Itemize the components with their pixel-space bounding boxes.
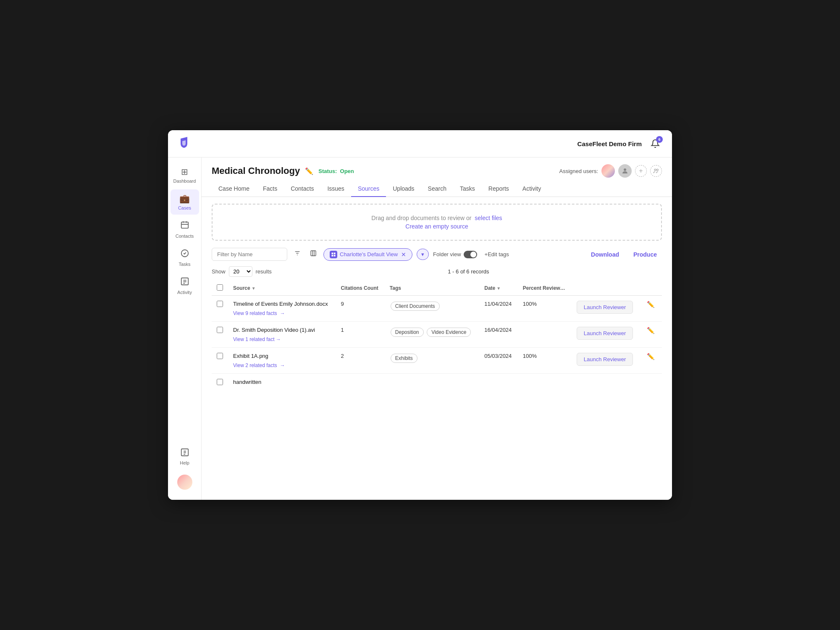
sources-table: Source ▼ Citations Count Tags Date ▼ Per… xyxy=(212,281,662,392)
edit-case-title-icon[interactable]: ✏️ xyxy=(305,167,313,175)
download-button[interactable]: Download xyxy=(586,249,624,260)
help-icon xyxy=(180,448,189,459)
select-files-link[interactable]: select files xyxy=(475,215,502,221)
filter-input[interactable] xyxy=(212,248,287,261)
row1-launch-button[interactable]: Launch Reviewer xyxy=(577,301,633,314)
table-row: Dr. Smith Deposition Video (1).avi View … xyxy=(212,322,662,348)
sidebar-item-activity[interactable]: Activity xyxy=(171,273,199,299)
produce-button[interactable]: Produce xyxy=(628,249,662,260)
row3-related-link[interactable]: View 2 related facts xyxy=(233,362,277,368)
sidebar-item-dashboard[interactable]: ⊞ Dashboard xyxy=(171,163,199,188)
row4-launch-cell xyxy=(572,374,640,392)
show-results-bar: Show 20 50 100 results 1 - 6 of 6 record… xyxy=(212,266,662,277)
assigned-users: Assigned users: + xyxy=(559,164,662,178)
tab-case-home[interactable]: Case Home xyxy=(212,181,256,197)
column-actions xyxy=(572,281,640,296)
row3-tag-1[interactable]: Exhibits xyxy=(391,354,417,363)
sidebar-item-tasks[interactable]: Tasks xyxy=(171,244,199,271)
tab-activity[interactable]: Activity xyxy=(516,181,548,197)
status-value: Open xyxy=(340,168,354,174)
case-header: Medical Chronology ✏️ Status: Open Assig… xyxy=(202,158,672,178)
row1-edit-icon[interactable]: ✏️ xyxy=(645,299,656,310)
select-all-header xyxy=(212,281,228,296)
tab-contacts[interactable]: Contacts xyxy=(284,181,320,197)
assigned-user-1[interactable] xyxy=(601,164,615,178)
top-bar: CaseFleet Demo Firm 6 xyxy=(168,130,672,158)
tab-issues[interactable]: Issues xyxy=(320,181,351,197)
view-dropdown-button[interactable]: ▾ xyxy=(417,249,429,260)
source-sort-icon: ▼ xyxy=(252,286,256,291)
column-edit xyxy=(640,281,662,296)
tab-reports[interactable]: Reports xyxy=(482,181,516,197)
row4-checkbox[interactable] xyxy=(217,379,223,385)
row2-source-cell: Dr. Smith Deposition Video (1).avi View … xyxy=(228,322,336,348)
edit-tags-button[interactable]: +Edit tags xyxy=(481,249,512,259)
svg-rect-23 xyxy=(334,252,336,254)
row2-edit-icon[interactable]: ✏️ xyxy=(645,325,656,336)
row3-percent: 100% xyxy=(518,348,572,374)
row1-related-link[interactable]: View 9 related facts xyxy=(233,310,277,316)
columns-icon-button[interactable] xyxy=(307,247,319,261)
tab-facts[interactable]: Facts xyxy=(256,181,284,197)
view-pill[interactable]: Charlotte's Default View ✕ xyxy=(323,248,412,261)
row3-launch-button[interactable]: Launch Reviewer xyxy=(577,353,633,366)
add-user-button[interactable]: + xyxy=(635,165,647,177)
row2-related-link[interactable]: View 1 related fact → xyxy=(233,336,281,342)
select-all-checkbox[interactable] xyxy=(217,284,223,291)
svg-rect-25 xyxy=(334,255,336,256)
row1-arrow-icon: → xyxy=(278,310,285,316)
row2-tag-1[interactable]: Deposition xyxy=(391,328,424,337)
notification-count: 6 xyxy=(656,136,663,143)
row1-source-cell: Timeline of Events Emily Johnson.docx Vi… xyxy=(228,296,336,322)
manage-users-button[interactable] xyxy=(650,165,662,177)
row2-percent xyxy=(518,322,572,348)
user-avatar-sidebar[interactable] xyxy=(177,475,192,490)
assigned-user-2[interactable] xyxy=(618,164,632,178)
row4-checkbox-cell xyxy=(212,374,228,392)
assigned-label: Assigned users: xyxy=(559,168,598,174)
create-empty-source-link[interactable]: Create an empty source xyxy=(405,223,468,230)
row2-launch-cell: Launch Reviewer xyxy=(572,322,640,348)
tab-uploads[interactable]: Uploads xyxy=(386,181,421,197)
svg-point-15 xyxy=(656,169,658,171)
app-window: CaseFleet Demo Firm 6 ⊞ Dashboard 💼 Case… xyxy=(168,130,672,500)
status-badge: Status: Open xyxy=(318,168,354,174)
notification-bell[interactable]: 6 xyxy=(648,137,662,150)
sidebar-item-contacts[interactable]: Contacts xyxy=(171,216,199,243)
sidebar-item-help[interactable]: Help xyxy=(171,444,199,470)
row1-tags: Client Documents xyxy=(385,296,479,322)
filter-icon-button[interactable] xyxy=(291,247,303,261)
folder-toggle: Folder view xyxy=(433,251,477,258)
svg-rect-0 xyxy=(181,222,188,228)
row3-arrow-icon: → xyxy=(278,362,285,368)
row1-date: 11/04/2024 xyxy=(479,296,517,322)
folder-view-toggle[interactable] xyxy=(464,251,477,258)
drop-zone: Drag and drop documents to review or sel… xyxy=(212,204,662,241)
tab-sources[interactable]: Sources xyxy=(351,181,386,197)
column-citations: Citations Count xyxy=(336,281,384,296)
sidebar: ⊞ Dashboard 💼 Cases Contacts xyxy=(168,158,202,500)
row1-source-name: Timeline of Events Emily Johnson.docx xyxy=(233,301,331,307)
sidebar-item-tasks-label: Tasks xyxy=(178,262,190,267)
sidebar-item-cases[interactable]: 💼 Cases xyxy=(171,189,199,215)
table-row: handwritten xyxy=(212,374,662,392)
row3-edit-icon[interactable]: ✏️ xyxy=(645,351,656,362)
logo[interactable] xyxy=(178,135,193,152)
row1-tag-1[interactable]: Client Documents xyxy=(391,302,440,311)
sources-toolbar: Charlotte's Default View ✕ ▾ Folder view… xyxy=(212,247,662,261)
tab-search[interactable]: Search xyxy=(421,181,453,197)
column-source[interactable]: Source ▼ xyxy=(228,281,336,296)
row3-tags: Exhibits xyxy=(385,348,479,374)
row2-tag-2[interactable]: Video Evidence xyxy=(427,328,471,337)
row2-checkbox[interactable] xyxy=(217,327,223,333)
row3-checkbox[interactable] xyxy=(217,353,223,359)
date-sort-icon: ▼ xyxy=(496,286,501,291)
row1-checkbox[interactable] xyxy=(217,301,223,307)
row2-launch-button[interactable]: Launch Reviewer xyxy=(577,327,633,340)
view-close-icon[interactable]: ✕ xyxy=(401,251,406,258)
row2-citations: 1 xyxy=(336,322,384,348)
show-select[interactable]: 20 50 100 xyxy=(229,266,252,277)
column-date[interactable]: Date ▼ xyxy=(479,281,517,296)
tab-tasks[interactable]: Tasks xyxy=(453,181,482,197)
row1-citations: 9 xyxy=(336,296,384,322)
